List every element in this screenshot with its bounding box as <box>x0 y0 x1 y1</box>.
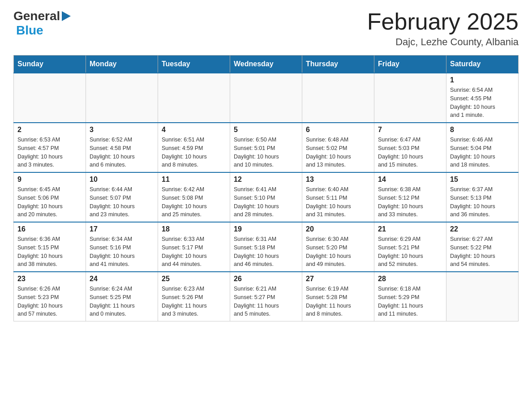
weekday-header-wednesday: Wednesday <box>230 56 302 73</box>
calendar-cell: 22Sunrise: 6:27 AM Sunset: 5:22 PM Dayli… <box>446 222 519 272</box>
day-number: 27 <box>306 275 370 283</box>
day-info: Sunrise: 6:44 AM Sunset: 5:07 PM Dayligh… <box>90 185 154 219</box>
day-number: 14 <box>378 176 442 184</box>
day-number: 24 <box>90 275 154 283</box>
day-number: 9 <box>17 176 82 184</box>
calendar-cell: 11Sunrise: 6:42 AM Sunset: 5:08 PM Dayli… <box>158 172 230 222</box>
day-number: 25 <box>162 275 226 283</box>
calendar-cell: 2Sunrise: 6:53 AM Sunset: 4:57 PM Daylig… <box>14 123 86 172</box>
week-row-1: 1Sunrise: 6:54 AM Sunset: 4:55 PM Daylig… <box>14 73 519 123</box>
calendar-header-row: SundayMondayTuesdayWednesdayThursdayFrid… <box>14 56 519 73</box>
day-info: Sunrise: 6:31 AM Sunset: 5:18 PM Dayligh… <box>234 235 298 269</box>
calendar-cell: 28Sunrise: 6:18 AM Sunset: 5:29 PM Dayli… <box>374 272 446 321</box>
day-info: Sunrise: 6:38 AM Sunset: 5:12 PM Dayligh… <box>378 185 442 219</box>
calendar-cell: 18Sunrise: 6:33 AM Sunset: 5:17 PM Dayli… <box>158 222 230 272</box>
day-number: 20 <box>306 225 370 233</box>
calendar-cell: 3Sunrise: 6:52 AM Sunset: 4:58 PM Daylig… <box>86 123 158 172</box>
calendar-cell: 8Sunrise: 6:46 AM Sunset: 5:04 PM Daylig… <box>446 123 519 172</box>
day-info: Sunrise: 6:37 AM Sunset: 5:13 PM Dayligh… <box>450 185 515 219</box>
week-row-2: 2Sunrise: 6:53 AM Sunset: 4:57 PM Daylig… <box>14 123 519 172</box>
day-number: 26 <box>234 275 298 283</box>
calendar-cell: 25Sunrise: 6:23 AM Sunset: 5:26 PM Dayli… <box>158 272 230 321</box>
calendar-cell: 14Sunrise: 6:38 AM Sunset: 5:12 PM Dayli… <box>374 172 446 222</box>
day-info: Sunrise: 6:18 AM Sunset: 5:29 PM Dayligh… <box>378 285 442 318</box>
calendar-cell: 17Sunrise: 6:34 AM Sunset: 5:16 PM Dayli… <box>86 222 158 272</box>
calendar-title: February 2025 <box>367 9 519 34</box>
day-number: 1 <box>450 76 515 84</box>
day-info: Sunrise: 6:52 AM Sunset: 4:58 PM Dayligh… <box>90 136 154 169</box>
calendar-cell <box>446 272 519 321</box>
weekday-header-saturday: Saturday <box>446 56 519 73</box>
day-number: 19 <box>234 225 298 233</box>
day-info: Sunrise: 6:24 AM Sunset: 5:25 PM Dayligh… <box>90 285 154 318</box>
day-info: Sunrise: 6:42 AM Sunset: 5:08 PM Dayligh… <box>162 185 226 219</box>
weekday-header-sunday: Sunday <box>14 56 86 73</box>
day-info: Sunrise: 6:29 AM Sunset: 5:21 PM Dayligh… <box>378 235 442 269</box>
calendar-cell: 16Sunrise: 6:36 AM Sunset: 5:15 PM Dayli… <box>14 222 86 272</box>
calendar-cell: 26Sunrise: 6:21 AM Sunset: 5:27 PM Dayli… <box>230 272 302 321</box>
day-info: Sunrise: 6:41 AM Sunset: 5:10 PM Dayligh… <box>234 185 298 219</box>
calendar-cell: 10Sunrise: 6:44 AM Sunset: 5:07 PM Dayli… <box>86 172 158 222</box>
calendar-cell <box>14 73 86 123</box>
day-number: 11 <box>162 176 226 184</box>
day-info: Sunrise: 6:46 AM Sunset: 5:04 PM Dayligh… <box>450 136 515 169</box>
page-header: General Blue February 2025 Dajc, Lezhe C… <box>13 9 519 48</box>
day-number: 28 <box>378 275 442 283</box>
calendar-subtitle: Dajc, Lezhe County, Albania <box>367 36 519 48</box>
calendar-cell: 23Sunrise: 6:26 AM Sunset: 5:23 PM Dayli… <box>14 272 86 321</box>
day-info: Sunrise: 6:45 AM Sunset: 5:06 PM Dayligh… <box>17 185 82 219</box>
calendar-cell: 15Sunrise: 6:37 AM Sunset: 5:13 PM Dayli… <box>446 172 519 222</box>
day-number: 8 <box>450 126 515 134</box>
day-info: Sunrise: 6:36 AM Sunset: 5:15 PM Dayligh… <box>17 235 82 269</box>
calendar-cell: 1Sunrise: 6:54 AM Sunset: 4:55 PM Daylig… <box>446 73 519 123</box>
weekday-header-monday: Monday <box>86 56 158 73</box>
day-info: Sunrise: 6:51 AM Sunset: 4:59 PM Dayligh… <box>162 136 226 169</box>
weekday-header-tuesday: Tuesday <box>158 56 230 73</box>
day-info: Sunrise: 6:21 AM Sunset: 5:27 PM Dayligh… <box>234 285 298 318</box>
day-number: 22 <box>450 225 515 233</box>
day-info: Sunrise: 6:30 AM Sunset: 5:20 PM Dayligh… <box>306 235 370 269</box>
calendar-cell: 24Sunrise: 6:24 AM Sunset: 5:25 PM Dayli… <box>86 272 158 321</box>
day-number: 23 <box>17 275 82 283</box>
calendar-cell: 13Sunrise: 6:40 AM Sunset: 5:11 PM Dayli… <box>302 172 374 222</box>
calendar-cell: 27Sunrise: 6:19 AM Sunset: 5:28 PM Dayli… <box>302 272 374 321</box>
calendar-cell <box>86 73 158 123</box>
svg-marker-0 <box>62 11 71 21</box>
week-row-3: 9Sunrise: 6:45 AM Sunset: 5:06 PM Daylig… <box>14 172 519 222</box>
day-number: 6 <box>306 126 370 134</box>
day-number: 3 <box>90 126 154 134</box>
day-number: 7 <box>378 126 442 134</box>
week-row-4: 16Sunrise: 6:36 AM Sunset: 5:15 PM Dayli… <box>14 222 519 272</box>
calendar-table: SundayMondayTuesdayWednesdayThursdayFrid… <box>13 55 519 321</box>
calendar-cell: 19Sunrise: 6:31 AM Sunset: 5:18 PM Dayli… <box>230 222 302 272</box>
calendar-cell: 6Sunrise: 6:48 AM Sunset: 5:02 PM Daylig… <box>302 123 374 172</box>
day-number: 21 <box>378 225 442 233</box>
day-info: Sunrise: 6:27 AM Sunset: 5:22 PM Dayligh… <box>450 235 515 269</box>
calendar-cell: 20Sunrise: 6:30 AM Sunset: 5:20 PM Dayli… <box>302 222 374 272</box>
day-number: 16 <box>17 225 82 233</box>
day-info: Sunrise: 6:50 AM Sunset: 5:01 PM Dayligh… <box>234 136 298 169</box>
logo-text-general: General <box>13 9 60 23</box>
calendar-cell <box>230 73 302 123</box>
calendar-cell <box>158 73 230 123</box>
day-number: 18 <box>162 225 226 233</box>
calendar-cell <box>374 73 446 123</box>
day-number: 12 <box>234 176 298 184</box>
day-info: Sunrise: 6:53 AM Sunset: 4:57 PM Dayligh… <box>17 136 82 169</box>
day-number: 13 <box>306 176 370 184</box>
weekday-header-thursday: Thursday <box>302 56 374 73</box>
day-info: Sunrise: 6:34 AM Sunset: 5:16 PM Dayligh… <box>90 235 154 269</box>
weekday-header-friday: Friday <box>374 56 446 73</box>
day-number: 10 <box>90 176 154 184</box>
day-info: Sunrise: 6:47 AM Sunset: 5:03 PM Dayligh… <box>378 136 442 169</box>
day-info: Sunrise: 6:19 AM Sunset: 5:28 PM Dayligh… <box>306 285 370 318</box>
logo-arrow-icon <box>61 11 71 21</box>
day-info: Sunrise: 6:48 AM Sunset: 5:02 PM Dayligh… <box>306 136 370 169</box>
calendar-cell: 5Sunrise: 6:50 AM Sunset: 5:01 PM Daylig… <box>230 123 302 172</box>
day-number: 17 <box>90 225 154 233</box>
day-info: Sunrise: 6:54 AM Sunset: 4:55 PM Dayligh… <box>450 86 515 120</box>
day-number: 2 <box>17 126 82 134</box>
calendar-cell: 9Sunrise: 6:45 AM Sunset: 5:06 PM Daylig… <box>14 172 86 222</box>
calendar-title-block: February 2025 Dajc, Lezhe County, Albani… <box>367 9 519 48</box>
logo-text-blue: Blue <box>16 23 43 37</box>
